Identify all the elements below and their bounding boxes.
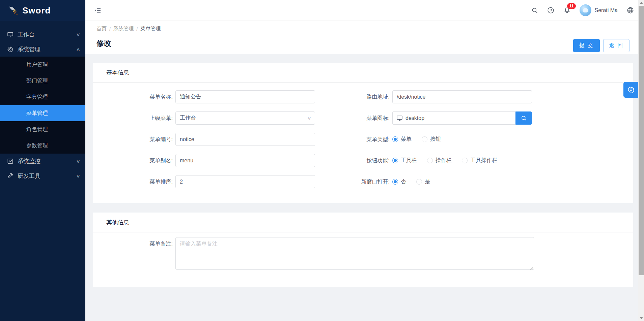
app-logo[interactable]: Sword xyxy=(0,0,85,21)
theme-settings-button[interactable] xyxy=(623,82,638,98)
vertical-scrollbar[interactable] xyxy=(638,0,644,321)
parent-menu-select[interactable]: 工作台 ∨ xyxy=(175,111,315,125)
scroll-up-arrow-icon[interactable] xyxy=(640,2,643,4)
sidebar-item-dict-admin[interactable]: 字典管理 xyxy=(0,89,85,105)
sidebar-item-system-monitor[interactable]: 系统监控 ∨ xyxy=(0,154,85,168)
radio-tool-action-bar[interactable]: 工具操作栏 xyxy=(462,157,497,164)
bell-icon[interactable]: 11 xyxy=(563,7,571,14)
route-label: 路由地址: xyxy=(315,90,392,103)
resize-handle-icon[interactable] xyxy=(530,266,533,270)
menu-name-label: 菜单名称: xyxy=(93,90,175,103)
question-circle-icon[interactable] xyxy=(547,7,555,14)
other-info-card: 其他信息 菜单备注: xyxy=(93,213,633,287)
sidebar-item-menu-admin[interactable]: 菜单管理 xyxy=(0,105,85,121)
avatar xyxy=(580,4,591,16)
new-window-label: 新窗口打开: xyxy=(315,175,392,188)
sidebar-item-label: 工作台 xyxy=(18,31,77,38)
radio-icon xyxy=(416,179,422,185)
user-name: Serati Ma xyxy=(595,7,618,13)
route-input[interactable] xyxy=(392,90,532,103)
breadcrumb-menu-admin: 菜单管理 xyxy=(140,26,161,32)
radio-action-bar[interactable]: 操作栏 xyxy=(427,157,452,164)
menu-sort-label: 菜单排序: xyxy=(93,175,175,188)
sidebar-menu: 工作台 ∨ 系统管理 ∧ 用户管理 部门管理 字典管理 菜单管理 角色管理 参数… xyxy=(0,21,85,183)
button-func-radio-group: 工具栏 操作栏 工具操作栏 xyxy=(392,154,532,167)
menu-icon-input[interactable] xyxy=(392,111,515,125)
user-menu[interactable]: Serati Ma xyxy=(580,4,618,16)
breadcrumb-system-admin[interactable]: 系统管理 xyxy=(113,26,134,32)
other-info-form: 菜单备注: xyxy=(93,232,633,271)
sidebar-item-label: 研发工具 xyxy=(18,172,77,180)
section-title: 其他信息 xyxy=(106,219,129,226)
menu-type-label: 菜单类型: xyxy=(315,133,392,146)
chevron-down-icon: ∨ xyxy=(76,159,81,164)
submit-button[interactable]: 提 交 xyxy=(573,39,599,52)
search-icon[interactable] xyxy=(531,7,538,14)
sidebar-item-dev-tools[interactable]: 研发工具 ∨ xyxy=(0,168,85,183)
basic-info-card: 基本信息 菜单名称: 路由地址: 上级菜单: 工作台 ∨ 菜单图标: xyxy=(93,63,633,203)
chevron-down-icon: ∨ xyxy=(76,32,81,37)
menu-fold-icon xyxy=(94,7,102,14)
sidebar: Sword 工作台 ∨ 系统管理 ∧ 用户管理 部门管理 字 xyxy=(0,0,85,321)
top-header: 11 Serati Ma xyxy=(85,0,644,21)
app-title: Sword xyxy=(22,5,51,16)
radio-toolbar[interactable]: 工具栏 xyxy=(392,157,417,164)
menu-code-input[interactable] xyxy=(175,133,315,146)
page-head: 首页 / 系统管理 / 菜单管理 修改 提 交 返 回 xyxy=(85,21,644,54)
page-title: 修改 xyxy=(96,38,111,49)
parent-menu-value: 工作台 xyxy=(180,115,196,122)
breadcrumb-separator: / xyxy=(109,26,111,32)
scrollbar-thumb[interactable] xyxy=(639,6,644,275)
sidebar-item-label: 系统监控 xyxy=(18,157,77,165)
radio-icon xyxy=(392,136,398,142)
button-func-label: 按钮功能: xyxy=(315,154,392,167)
menu-remark-label: 菜单备注: xyxy=(93,237,175,271)
basic-info-header: 基本信息 xyxy=(93,63,633,83)
menu-code-label: 菜单编号: xyxy=(93,133,175,146)
chevron-up-icon: ∧ xyxy=(76,47,81,52)
system-admin-submenu: 用户管理 部门管理 字典管理 菜单管理 角色管理 参数管理 xyxy=(0,57,85,154)
menu-alias-label: 菜单别名: xyxy=(93,154,175,167)
scroll-down-arrow-icon[interactable] xyxy=(640,317,643,319)
radio-menu-type-button[interactable]: 按钮 xyxy=(422,136,441,143)
sidebar-item-role-admin[interactable]: 角色管理 xyxy=(0,121,85,137)
radio-menu-type-menu[interactable]: 菜单 xyxy=(392,136,412,143)
chevron-down-icon: ∨ xyxy=(307,111,312,125)
basic-info-form: 菜单名称: 路由地址: 上级菜单: 工作台 ∨ 菜单图标: xyxy=(93,83,633,188)
back-button[interactable]: 返 回 xyxy=(603,39,629,52)
sidebar-item-system-admin[interactable]: 系统管理 ∧ xyxy=(0,42,85,57)
radio-icon xyxy=(427,158,433,163)
breadcrumb-home[interactable]: 首页 xyxy=(96,26,107,32)
menu-sort-input[interactable] xyxy=(175,175,315,188)
dagger-logo-icon xyxy=(8,5,18,15)
collapse-sidebar-button[interactable] xyxy=(94,7,102,14)
globe-icon[interactable] xyxy=(626,7,634,14)
desktop-icon xyxy=(396,115,403,121)
other-info-header: 其他信息 xyxy=(93,213,633,232)
menu-remark-textarea[interactable] xyxy=(175,237,534,270)
icon-search-button[interactable] xyxy=(515,111,532,125)
radio-icon xyxy=(422,136,427,142)
gear-icon xyxy=(7,46,13,53)
radio-icon xyxy=(462,158,468,163)
radio-new-window-yes[interactable]: 是 xyxy=(416,178,430,185)
menu-type-radio-group: 菜单 按钮 xyxy=(392,133,532,146)
chevron-down-icon: ∨ xyxy=(76,173,81,179)
sidebar-item-dept-admin[interactable]: 部门管理 xyxy=(0,73,85,89)
parent-menu-label: 上级菜单: xyxy=(93,111,175,125)
radio-icon xyxy=(392,158,398,163)
sidebar-item-user-admin[interactable]: 用户管理 xyxy=(0,57,85,73)
sidebar-item-workbench[interactable]: 工作台 ∨ xyxy=(0,27,85,42)
radio-new-window-no[interactable]: 否 xyxy=(392,178,406,185)
sidebar-item-param-admin[interactable]: 参数管理 xyxy=(0,137,85,154)
monitor-chart-icon xyxy=(7,158,13,164)
menu-alias-input[interactable] xyxy=(175,154,315,167)
radio-icon xyxy=(392,179,398,185)
settings-gear-icon xyxy=(627,86,635,94)
menu-name-input[interactable] xyxy=(175,90,315,103)
menu-icon-label: 菜单图标: xyxy=(315,111,392,125)
breadcrumb-separator: / xyxy=(136,26,138,32)
header-actions: 11 Serati Ma xyxy=(531,4,634,16)
desktop-icon xyxy=(7,31,13,38)
sidebar-item-label: 系统管理 xyxy=(18,45,77,53)
